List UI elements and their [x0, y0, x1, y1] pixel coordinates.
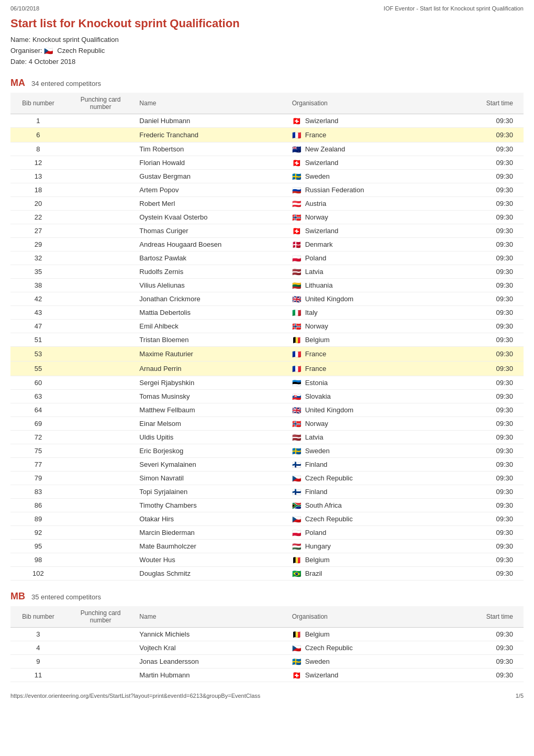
- table-MA: Bib numberPunching card numberNameOrgani…: [10, 93, 524, 580]
- name-cell: Simon Navratil: [135, 472, 287, 485]
- country-flag: 🇵🇱: [292, 529, 303, 536]
- country-flag: 🇨🇭: [292, 117, 303, 125]
- bib-cell: 79: [10, 472, 66, 485]
- country-name: Russian Federation: [305, 186, 364, 194]
- org-cell: 🇨🇭Swizerland: [288, 114, 454, 128]
- footer-page: 1/5: [516, 693, 524, 699]
- country-flag: 🇱🇻: [292, 268, 303, 276]
- bib-cell: 22: [10, 211, 66, 224]
- time-cell: 09:30: [454, 458, 524, 472]
- table-row: 11Martin Hubmann🇨🇭Swizerland09:30: [10, 669, 524, 682]
- time-cell: 09:30: [454, 211, 524, 224]
- org-cell: 🇫🇷France: [288, 361, 454, 376]
- col-header-0: Bib number: [10, 93, 66, 114]
- country-name: Czech Republic: [305, 474, 353, 482]
- table-row: 75Eric Borjeskog🇸🇪Sweden09:30: [10, 444, 524, 458]
- name-cell: Wouter Hus: [135, 553, 287, 567]
- bib-cell: 55: [10, 361, 66, 376]
- org-cell: 🇬🇧United Kingdom: [288, 292, 454, 306]
- name-cell: Matthew Fellbaum: [135, 403, 287, 417]
- punch-cell: [66, 458, 135, 472]
- org-cell: 🇫🇮Finland: [288, 485, 454, 499]
- table-row: 60Sergei Rjabyshkin🇪🇪Estonia09:30: [10, 376, 524, 390]
- country-name: Belgium: [305, 336, 330, 344]
- time-cell: 09:30: [454, 567, 524, 580]
- name-cell: Uldis Upitis: [135, 431, 287, 444]
- country-name: Swizerland: [305, 227, 339, 235]
- org-cell: 🇨🇿Czech Republic: [288, 512, 454, 526]
- name-cell: Maxime Rauturier: [135, 347, 287, 361]
- name-cell: Frederic Tranchand: [135, 128, 287, 143]
- time-cell: 09:30: [454, 669, 524, 682]
- country-flag: 🇫🇷: [292, 350, 303, 358]
- country-flag: 🇫🇮: [292, 488, 303, 496]
- time-cell: 09:30: [454, 156, 524, 170]
- punch-cell: [66, 143, 135, 156]
- footer: https://eventor.orienteering.org/Events/…: [10, 693, 524, 699]
- bib-cell: 53: [10, 347, 66, 361]
- country-flag: 🇧🇪: [292, 336, 303, 344]
- col-header-1: Punching card number: [66, 606, 135, 628]
- bib-cell: 35: [10, 265, 66, 279]
- time-cell: 09:30: [454, 183, 524, 197]
- name-cell: Timothy Chambers: [135, 499, 287, 512]
- section-label-MB: MB: [10, 591, 25, 602]
- time-cell: 09:30: [454, 641, 524, 655]
- bib-cell: 32: [10, 251, 66, 265]
- punch-cell: [66, 197, 135, 211]
- time-cell: 09:30: [454, 553, 524, 567]
- time-cell: 09:30: [454, 238, 524, 251]
- section-count-MB: 35 entered competitors: [31, 593, 101, 601]
- bib-cell: 102: [10, 567, 66, 580]
- name-cell: Douglas Schmitz: [135, 567, 287, 580]
- time-cell: 09:30: [454, 197, 524, 211]
- table-row: 102Douglas Schmitz🇧🇷Brazil09:30: [10, 567, 524, 580]
- time-cell: 09:30: [454, 224, 524, 238]
- bib-cell: 4: [10, 641, 66, 655]
- org-cell: 🇧🇪Belgium: [288, 333, 454, 347]
- bib-cell: 13: [10, 170, 66, 183]
- bib-cell: 3: [10, 628, 66, 641]
- name-cell: Rudolfs Zernis: [135, 265, 287, 279]
- time-cell: 09:30: [454, 417, 524, 431]
- punch-cell: [66, 641, 135, 655]
- table-row: 95Mate Baumholczer🇭🇺Hungary09:30: [10, 540, 524, 553]
- punch-cell: [66, 183, 135, 197]
- time-cell: 09:30: [454, 655, 524, 669]
- name-cell: Sergei Rjabyshkin: [135, 376, 287, 390]
- punch-cell: [66, 376, 135, 390]
- time-cell: 09:30: [454, 444, 524, 458]
- name-cell: Topi Syrjalainen: [135, 485, 287, 499]
- org-cell: 🇱🇻Latvia: [288, 265, 454, 279]
- table-row: 29Andreas Hougaard Boesen🇩🇰Denmark09:30: [10, 238, 524, 251]
- country-flag: 🇬🇧: [292, 407, 303, 414]
- country-name: France: [305, 365, 326, 372]
- name-cell: Tristan Bloemen: [135, 333, 287, 347]
- country-name: South Africa: [305, 501, 342, 509]
- name-cell: Artem Popov: [135, 183, 287, 197]
- country-flag: 🇸🇪: [292, 173, 303, 180]
- punch-cell: [66, 417, 135, 431]
- punch-cell: [66, 431, 135, 444]
- table-row: 8Tim Robertson🇳🇿New Zealand09:30: [10, 143, 524, 156]
- table-row: 47Emil Ahlbeck🇳🇴Norway09:30: [10, 320, 524, 333]
- meta-info: Name: Knockout sprint Qualification Orga…: [10, 35, 524, 67]
- bib-cell: 47: [10, 320, 66, 333]
- punch-cell: [66, 279, 135, 292]
- country-name: Poland: [305, 529, 326, 536]
- country-name: France: [305, 350, 326, 358]
- name-cell: Oystein Kvaal Osterbo: [135, 211, 287, 224]
- highlighted-bib: 6: [34, 130, 42, 139]
- time-cell: 09:30: [454, 114, 524, 128]
- country-name: Belgium: [305, 630, 330, 638]
- top-date: 06/10/2018: [10, 5, 39, 12]
- country-flag: 🇳🇴: [292, 214, 303, 221]
- bib-cell: 64: [10, 403, 66, 417]
- bib-cell: 42: [10, 292, 66, 306]
- punch-cell: [66, 403, 135, 417]
- time-cell: 09:30: [454, 279, 524, 292]
- country-name: Czech Republic: [305, 644, 353, 652]
- country-flag: 🇫🇷: [292, 365, 303, 372]
- country-name: Swizerland: [305, 671, 339, 679]
- bib-cell: 1: [10, 114, 66, 128]
